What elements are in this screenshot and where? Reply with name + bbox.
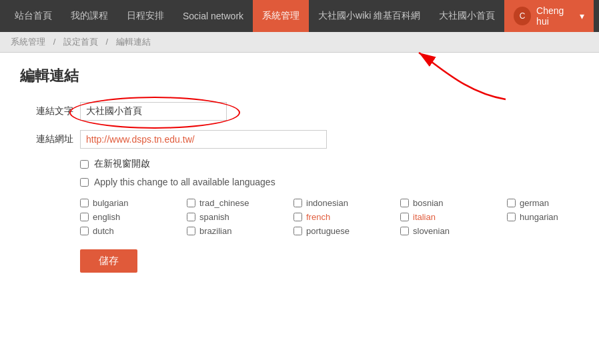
nav-item-大社國小wiki-維基百科網[interactable]: 大社國小wiki 維基百科網 (309, 0, 430, 32)
chevron-down-icon: ▾ (580, 11, 584, 21)
lang-checkbox-portuguese[interactable] (293, 227, 302, 235)
lang-label-spanish: spanish (199, 212, 229, 222)
lang-label-english: english (93, 212, 120, 222)
user-label: Cheng hui (536, 5, 576, 27)
lang-label-trad_chinese: trad_chinese (199, 198, 249, 208)
link-url-group: 連結網址 (20, 130, 579, 149)
nav-item-大社國小首頁[interactable]: 大社國小首頁 (430, 0, 504, 32)
lang-item-hungarian: hungarian (507, 212, 599, 222)
lang-item-french: french (293, 212, 400, 222)
lang-checkbox-bosnian[interactable] (400, 199, 409, 207)
lang-item-italian: italian (400, 212, 507, 222)
lang-checkbox-hungarian[interactable] (507, 213, 516, 221)
lang-label-indonesian: indonesian (306, 198, 348, 208)
lang-checkbox-trad_chinese[interactable] (187, 199, 195, 207)
nav-item-系統管理[interactable]: 系統管理 (253, 0, 309, 32)
lang-label-dutch: dutch (93, 226, 114, 236)
lang-item-english: english (80, 212, 187, 222)
lang-label-french: french (306, 212, 330, 222)
lang-checkbox-indonesian[interactable] (293, 199, 302, 207)
main-content: 編輯連結 連結文字 連結網址 在新視窗開啟 Apply this change … (0, 53, 599, 364)
nav-item-日程安排[interactable]: 日程安排 (117, 0, 173, 32)
lang-checkbox-slovenian[interactable] (400, 227, 409, 235)
open-new-window-checkbox[interactable] (80, 160, 89, 169)
page-title: 編輯連結 (20, 66, 579, 86)
lang-checkbox-bulgarian[interactable] (80, 199, 89, 207)
nav-item-站台首頁[interactable]: 站台首頁 (5, 0, 61, 32)
breadcrumb-item[interactable]: 設定首頁 (63, 37, 98, 47)
lang-label-brazilian: brazilian (199, 226, 231, 236)
navbar: 站台首頁我的課程日程安排Social network系統管理大社國小wiki 維… (0, 0, 599, 32)
lang-checkbox-german[interactable] (507, 199, 516, 207)
lang-item-brazilian: brazilian (187, 226, 293, 236)
lang-item-slovenian: slovenian (400, 226, 507, 236)
language-grid: bulgariantrad_chineseindonesianbosniange… (80, 198, 579, 236)
nav-item-social-network[interactable]: Social network (173, 0, 253, 32)
apply-all-label: Apply this change to all available langu… (94, 177, 275, 187)
nav-user[interactable]: C Cheng hui ▾ (504, 0, 594, 32)
lang-checkbox-italian[interactable] (400, 213, 409, 221)
lang-item-indonesian: indonesian (293, 198, 400, 208)
lang-checkbox-french[interactable] (293, 213, 302, 221)
lang-item-german: german (507, 198, 599, 208)
breadcrumb-separator: / (105, 37, 110, 47)
apply-all-row: Apply this change to all available langu… (80, 177, 579, 187)
lang-label-italian: italian (413, 212, 436, 222)
avatar: C (514, 7, 531, 25)
lang-checkbox-dutch[interactable] (80, 227, 89, 235)
lang-checkbox-brazilian[interactable] (187, 227, 195, 235)
lang-item-portuguese: portuguese (293, 226, 400, 236)
apply-all-checkbox[interactable] (80, 178, 89, 187)
lang-label-bulgarian: bulgarian (93, 198, 129, 208)
lang-label-slovenian: slovenian (413, 226, 450, 236)
link-text-oval (80, 102, 227, 121)
lang-label-german: german (520, 198, 549, 208)
lang-item-dutch: dutch (80, 226, 187, 236)
lang-item-spanish: spanish (187, 212, 293, 222)
save-button[interactable]: 儲存 (80, 249, 137, 273)
breadcrumb-item: 編輯連結 (116, 37, 151, 47)
link-text-label: 連結文字 (20, 105, 73, 117)
link-text-group: 連結文字 (20, 102, 579, 121)
link-url-label: 連結網址 (20, 133, 73, 145)
nav-item-我的課程[interactable]: 我的課程 (61, 0, 117, 32)
lang-checkbox-english[interactable] (80, 213, 89, 221)
open-new-window-label: 在新視窗開啟 (94, 158, 150, 170)
breadcrumb: 系統管理 / 設定首頁 / 編輯連結 (0, 32, 599, 53)
open-new-window-row: 在新視窗開啟 (80, 158, 579, 170)
lang-label-portuguese: portuguese (306, 226, 350, 236)
lang-checkbox-spanish[interactable] (187, 213, 195, 221)
link-url-input[interactable] (80, 130, 327, 149)
lang-item-bosnian: bosnian (400, 198, 507, 208)
lang-label-bosnian: bosnian (413, 198, 444, 208)
lang-item-bulgarian: bulgarian (80, 198, 187, 208)
lang-item-trad_chinese: trad_chinese (187, 198, 293, 208)
nav-items: 站台首頁我的課程日程安排Social network系統管理大社國小wiki 維… (5, 0, 504, 32)
breadcrumb-separator: / (53, 37, 58, 47)
breadcrumb-item[interactable]: 系統管理 (11, 37, 45, 47)
lang-label-hungarian: hungarian (520, 212, 558, 222)
link-text-input[interactable] (80, 102, 227, 121)
